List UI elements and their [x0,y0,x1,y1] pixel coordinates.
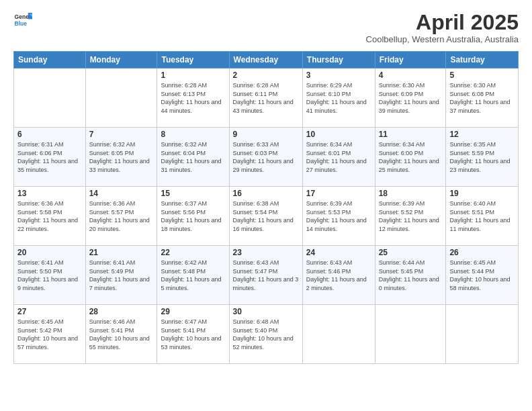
calendar-cell: 4Sunrise: 6:30 AM Sunset: 6:09 PM Daylig… [375,68,446,128]
day-info: Sunrise: 6:36 AM Sunset: 5:58 PM Dayligh… [17,199,82,233]
calendar-cell [302,305,375,364]
day-info: Sunrise: 6:39 AM Sunset: 5:52 PM Dayligh… [379,199,443,233]
calendar-cell [14,68,86,128]
calendar-cell: 24Sunrise: 6:43 AM Sunset: 5:46 PM Dayli… [302,246,375,305]
day-number: 25 [379,248,443,257]
logo: General Blue [13,11,32,30]
day-number: 13 [17,189,82,198]
day-info: Sunrise: 6:30 AM Sunset: 6:09 PM Dayligh… [379,81,443,115]
calendar-cell [375,305,446,364]
day-number: 28 [89,307,154,316]
calendar-cell: 10Sunrise: 6:34 AM Sunset: 6:01 PM Dayli… [302,128,375,187]
day-number: 6 [17,130,82,139]
day-number: 24 [306,248,371,257]
day-of-week-header: Friday [375,52,446,68]
day-info: Sunrise: 6:32 AM Sunset: 6:05 PM Dayligh… [89,140,154,174]
calendar-cell: 22Sunrise: 6:42 AM Sunset: 5:48 PM Dayli… [157,246,229,305]
location: Coolbellup, Western Australia, Australia [366,34,519,44]
day-of-week-header: Thursday [302,52,375,68]
day-info: Sunrise: 6:34 AM Sunset: 6:00 PM Dayligh… [379,140,443,174]
day-of-week-header: Wednesday [229,52,302,68]
calendar-cell: 30Sunrise: 6:48 AM Sunset: 5:40 PM Dayli… [229,305,302,364]
calendar-cell [85,68,157,128]
day-number: 12 [449,130,515,139]
day-number: 8 [161,130,225,139]
day-info: Sunrise: 6:44 AM Sunset: 5:45 PM Dayligh… [379,259,443,292]
calendar-cell: 27Sunrise: 6:45 AM Sunset: 5:42 PM Dayli… [14,305,86,364]
calendar-cell: 7Sunrise: 6:32 AM Sunset: 6:05 PM Daylig… [85,128,157,187]
calendar-cell: 1Sunrise: 6:28 AM Sunset: 6:13 PM Daylig… [157,68,229,128]
day-info: Sunrise: 6:45 AM Sunset: 5:42 PM Dayligh… [17,318,82,351]
calendar-cell: 26Sunrise: 6:45 AM Sunset: 5:44 PM Dayli… [446,246,519,305]
svg-text:Blue: Blue [15,20,28,27]
calendar-cell: 19Sunrise: 6:40 AM Sunset: 5:51 PM Dayli… [446,187,519,246]
day-info: Sunrise: 6:32 AM Sunset: 6:04 PM Dayligh… [161,140,225,174]
day-info: Sunrise: 6:43 AM Sunset: 5:46 PM Dayligh… [306,259,371,292]
day-number: 17 [306,189,371,198]
day-info: Sunrise: 6:40 AM Sunset: 5:51 PM Dayligh… [449,199,515,233]
calendar-cell: 29Sunrise: 6:47 AM Sunset: 5:41 PM Dayli… [157,305,229,364]
calendar-cell: 12Sunrise: 6:35 AM Sunset: 5:59 PM Dayli… [446,128,519,187]
day-number: 20 [17,248,82,257]
day-number: 30 [233,307,299,316]
day-info: Sunrise: 6:41 AM Sunset: 5:49 PM Dayligh… [89,259,154,292]
day-number: 22 [161,248,225,257]
calendar-cell: 11Sunrise: 6:34 AM Sunset: 6:00 PM Dayli… [375,128,446,187]
day-number: 23 [233,248,299,257]
calendar-cell: 20Sunrise: 6:41 AM Sunset: 5:50 PM Dayli… [14,246,86,305]
day-info: Sunrise: 6:38 AM Sunset: 5:54 PM Dayligh… [233,199,299,233]
calendar-cell: 9Sunrise: 6:33 AM Sunset: 6:03 PM Daylig… [229,128,302,187]
calendar-cell: 6Sunrise: 6:31 AM Sunset: 6:06 PM Daylig… [14,128,86,187]
calendar-cell: 8Sunrise: 6:32 AM Sunset: 6:04 PM Daylig… [157,128,229,187]
day-number: 7 [89,130,154,139]
day-of-week-header: Tuesday [157,52,229,68]
calendar-cell: 5Sunrise: 6:30 AM Sunset: 6:08 PM Daylig… [446,68,519,128]
day-info: Sunrise: 6:47 AM Sunset: 5:41 PM Dayligh… [161,318,225,351]
calendar-cell [446,305,519,364]
calendar-cell: 13Sunrise: 6:36 AM Sunset: 5:58 PM Dayli… [14,187,86,246]
day-info: Sunrise: 6:34 AM Sunset: 6:01 PM Dayligh… [306,140,371,174]
calendar-cell: 28Sunrise: 6:46 AM Sunset: 5:41 PM Dayli… [85,305,157,364]
month-title: April 2025 [366,11,519,34]
day-info: Sunrise: 6:36 AM Sunset: 5:57 PM Dayligh… [89,199,154,233]
calendar-table: SundayMondayTuesdayWednesdayThursdayFrid… [13,51,519,364]
day-number: 29 [161,307,225,316]
day-info: Sunrise: 6:33 AM Sunset: 6:03 PM Dayligh… [233,140,299,174]
day-number: 14 [89,189,154,198]
day-number: 3 [306,71,371,80]
calendar-cell: 21Sunrise: 6:41 AM Sunset: 5:49 PM Dayli… [85,246,157,305]
day-info: Sunrise: 6:43 AM Sunset: 5:47 PM Dayligh… [233,259,299,292]
day-info: Sunrise: 6:30 AM Sunset: 6:08 PM Dayligh… [449,81,515,115]
day-of-week-header: Saturday [446,52,519,68]
calendar-cell: 17Sunrise: 6:39 AM Sunset: 5:53 PM Dayli… [302,187,375,246]
calendar-cell: 25Sunrise: 6:44 AM Sunset: 5:45 PM Dayli… [375,246,446,305]
day-info: Sunrise: 6:31 AM Sunset: 6:06 PM Dayligh… [17,140,82,174]
calendar-cell: 2Sunrise: 6:28 AM Sunset: 6:11 PM Daylig… [229,68,302,128]
day-number: 2 [233,71,299,80]
calendar-cell: 14Sunrise: 6:36 AM Sunset: 5:57 PM Dayli… [85,187,157,246]
day-info: Sunrise: 6:28 AM Sunset: 6:11 PM Dayligh… [233,81,299,115]
day-number: 4 [379,71,443,80]
day-info: Sunrise: 6:28 AM Sunset: 6:13 PM Dayligh… [161,81,225,115]
day-info: Sunrise: 6:29 AM Sunset: 6:10 PM Dayligh… [306,81,371,115]
day-of-week-header: Sunday [14,52,86,68]
day-info: Sunrise: 6:37 AM Sunset: 5:56 PM Dayligh… [161,199,225,233]
day-number: 10 [306,130,371,139]
day-number: 27 [17,307,82,316]
calendar-cell: 23Sunrise: 6:43 AM Sunset: 5:47 PM Dayli… [229,246,302,305]
day-number: 16 [233,189,299,198]
calendar-cell: 16Sunrise: 6:38 AM Sunset: 5:54 PM Dayli… [229,187,302,246]
day-number: 26 [449,248,515,257]
day-number: 15 [161,189,225,198]
day-info: Sunrise: 6:45 AM Sunset: 5:44 PM Dayligh… [449,259,515,292]
day-number: 19 [449,189,515,198]
day-number: 5 [449,71,515,80]
title-block: April 2025 Coolbellup, Western Australia… [366,11,519,44]
day-info: Sunrise: 6:41 AM Sunset: 5:50 PM Dayligh… [17,259,82,292]
day-number: 1 [161,71,225,80]
day-info: Sunrise: 6:42 AM Sunset: 5:48 PM Dayligh… [161,259,225,292]
day-info: Sunrise: 6:46 AM Sunset: 5:41 PM Dayligh… [89,318,154,351]
day-info: Sunrise: 6:39 AM Sunset: 5:53 PM Dayligh… [306,199,371,233]
day-number: 21 [89,248,154,257]
calendar-cell: 18Sunrise: 6:39 AM Sunset: 5:52 PM Dayli… [375,187,446,246]
